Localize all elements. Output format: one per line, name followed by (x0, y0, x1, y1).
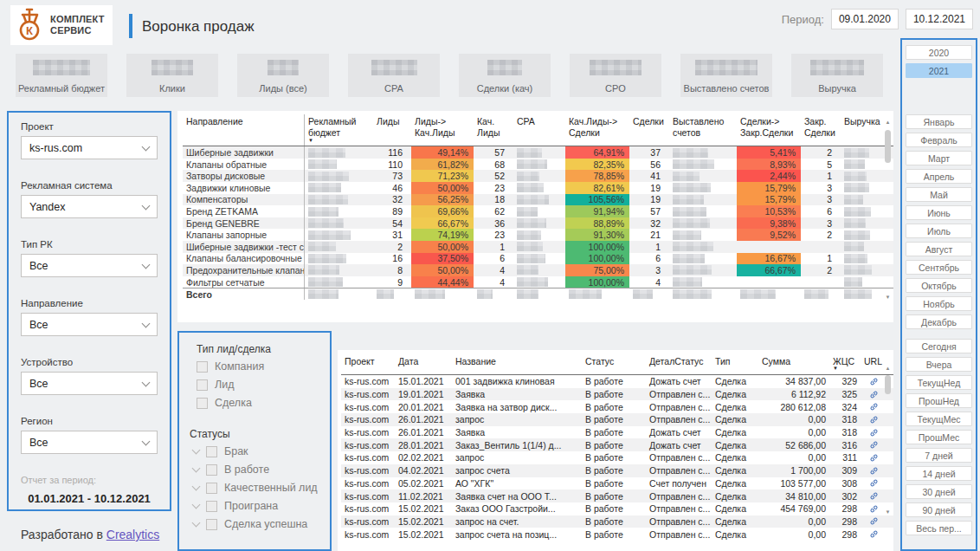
checkbox[interactable] (206, 519, 217, 530)
checkbox[interactable] (206, 464, 217, 476)
expand-chevron-icon[interactable] (192, 445, 201, 454)
deals-column-header[interactable]: Проект (341, 354, 395, 374)
filter-dropdown-2[interactable]: Все (21, 254, 158, 277)
month-button[interactable]: Ноябрь (906, 296, 972, 311)
deals-column-header[interactable]: Название (452, 354, 582, 374)
deals-table-row[interactable]: ks-rus.com15.01.2021001 задвижка клинова… (341, 375, 893, 388)
deals-column-header[interactable]: Сумма (758, 354, 829, 374)
month-button[interactable]: Март (906, 151, 972, 165)
checkbox[interactable] (206, 483, 217, 494)
checkbox[interactable] (206, 446, 217, 457)
quick-range-button[interactable]: 30 дней (906, 484, 972, 499)
quick-range-button[interactable]: ТекущМес (906, 412, 972, 426)
filter-dropdown-5[interactable]: Все (21, 431, 158, 454)
deals-table-scrollbar[interactable]: ▲ ▼ (883, 353, 893, 548)
deals-table-row[interactable]: ks-rus.com26.01.2021запросВ работеОтправ… (341, 413, 893, 426)
funnel-table-row[interactable]: Бренд GENEBRE5466,67%3688,89%329,38%3 (183, 217, 893, 230)
quick-range-button[interactable]: 7 дней (906, 448, 972, 463)
scroll-up-icon[interactable]: ▲ (883, 120, 893, 125)
funnel-table-row[interactable]: Затворы дисковые7371,23%5278,85%412,44%1 (183, 170, 893, 182)
year-button-2020[interactable]: 2020 (906, 45, 972, 60)
expand-chevron-icon[interactable] (192, 500, 201, 509)
month-button[interactable]: Июль (906, 224, 972, 238)
scroll-thumb[interactable] (885, 130, 891, 163)
funnel-column-header[interactable]: Сделки-> Закр.Сделки (737, 114, 801, 146)
quick-range-button[interactable]: Сегодня (906, 339, 972, 353)
expand-chevron-icon[interactable] (192, 518, 201, 527)
expand-chevron-icon[interactable] (192, 482, 201, 490)
deals-table-row[interactable]: ks-rus.com15.02.2021запрос счета на пози… (341, 528, 893, 541)
deals-column-header[interactable]: Дата (395, 354, 452, 374)
scroll-down-icon[interactable]: ▼ (883, 295, 893, 300)
date-to-input[interactable]: 10.12.2021 (906, 9, 973, 29)
funnel-table-row[interactable]: Шиберные задвижки11649,14%5764,91%375,41… (183, 146, 893, 159)
quick-range-button[interactable]: 90 дней (906, 502, 972, 517)
month-button[interactable]: Декабрь (906, 314, 972, 329)
deals-table-row[interactable]: ks-rus.com04.02.2021запрос счетаВ работе… (341, 464, 893, 477)
scroll-up-icon[interactable]: ▲ (883, 366, 893, 371)
deals-table-row[interactable]: ks-rus.com28.01.2021Заказ_Вентиль 1(1/4)… (341, 438, 893, 451)
scroll-down-icon[interactable]: ▼ (883, 509, 893, 515)
year-button-2021[interactable]: 2021 (906, 63, 972, 78)
funnel-column-header[interactable]: Кач. Лиды (474, 114, 513, 146)
checkbox[interactable] (206, 501, 217, 512)
deals-column-header[interactable]: Статус (582, 354, 646, 374)
scroll-thumb[interactable] (885, 375, 891, 394)
funnel-table-row[interactable]: Задвижки клиновые4650,00%2382,61%1915,79… (183, 182, 893, 194)
deals-column-header[interactable]: Тип (712, 354, 758, 374)
funnel-column-header[interactable]: Сделки (629, 114, 669, 146)
crealytics-link[interactable]: Crealytics (106, 528, 159, 541)
date-from-input[interactable]: 09.01.2020 (831, 9, 899, 29)
month-button[interactable]: Август (906, 242, 972, 256)
funnel-column-header[interactable]: Выручка (841, 114, 886, 146)
quick-range-button[interactable]: Вчера (906, 357, 972, 372)
funnel-table-row[interactable]: Предохранительные клапаны850,00%475,00%3… (183, 264, 893, 276)
deals-table-row[interactable]: ks-rus.com15.02.2021запрос на счет.В раб… (341, 515, 893, 528)
funnel-table-scrollbar[interactable]: ▲ ▼ (883, 114, 893, 319)
month-button[interactable]: Октябрь (906, 278, 972, 293)
funnel-table-row[interactable]: Бренд ZETKAMA8969,66%6291,94%5710,53%6 (183, 205, 893, 217)
month-button[interactable]: Май (906, 187, 972, 202)
deals-column-header[interactable]: ЖЦС▼ (829, 354, 861, 374)
quick-range-button[interactable]: ПрошМес (906, 430, 972, 444)
month-button[interactable]: Апрель (906, 169, 972, 184)
deals-table-row[interactable]: ks-rus.com11.02.2021Заявка счет на ООО Т… (341, 489, 893, 502)
funnel-table-row[interactable]: Компенсаторы3256,25%18105,56%1915,79%3 (183, 194, 893, 206)
deals-table-row[interactable]: ks-rus.com02.02.2021запросВ работеОтправ… (341, 451, 893, 464)
filter-dropdown-3[interactable]: Все (21, 313, 158, 336)
funnel-table-row[interactable]: Клапаны обратные11061,82%6882,35%568,93%… (183, 159, 893, 171)
quick-range-button[interactable]: 14 дней (906, 466, 972, 481)
month-button[interactable]: Февраль (906, 133, 972, 147)
funnel-table-row[interactable]: Клапаны балансировочные1637,50%6100,00%6… (183, 253, 893, 265)
checkbox[interactable] (197, 398, 208, 409)
checkbox[interactable] (197, 361, 208, 373)
filter-dropdown-1[interactable]: Yandex (21, 195, 158, 218)
funnel-table-row[interactable]: Клапаны запорные3174,19%2391,30%219,52%2 (183, 229, 893, 241)
deals-table-row[interactable]: ks-rus.com26.01.2021ЗаявкаВ работеДожать… (341, 426, 893, 439)
funnel-column-header[interactable]: Закр. Сделки (801, 114, 841, 146)
checkbox[interactable] (197, 379, 208, 391)
funnel-column-header[interactable]: Выставлено счетов (669, 114, 737, 146)
deals-table-row[interactable]: ks-rus.com15.02.2021Заказ ООО Газстройи.… (341, 502, 893, 515)
month-button[interactable]: Сентябрь (906, 260, 972, 275)
funnel-table-row[interactable]: Шиберные задвижки -тест с...250,00%1100,… (183, 241, 893, 253)
quick-range-button[interactable]: Весь пер... (906, 521, 972, 535)
expand-chevron-icon[interactable] (192, 463, 201, 472)
quick-range-button[interactable]: ПрошНед (906, 393, 972, 408)
funnel-column-header[interactable]: Направление (183, 114, 304, 146)
deals-table-row[interactable]: ks-rus.com20.01.2021Заявка на затвор дис… (341, 400, 893, 413)
month-button[interactable]: Январь (906, 114, 972, 129)
funnel-column-header[interactable]: Рекламный бюджет▼ (304, 114, 373, 146)
quick-range-button[interactable]: ТекущНед (906, 375, 972, 390)
deals-column-header[interactable]: ДеталСтатус (646, 354, 712, 374)
funnel-column-header[interactable]: CPA (513, 114, 565, 146)
month-button[interactable]: Июнь (906, 205, 972, 220)
funnel-column-header[interactable]: Кач.Лиды-> Сделки (565, 114, 629, 146)
deals-table-row[interactable]: ks-rus.com19.01.2021ЗаявкаВ работеОтправ… (341, 388, 893, 401)
funnel-table-row[interactable]: Фильтры сетчатые944,44%4100,00%4 (183, 276, 893, 288)
filter-dropdown-0[interactable]: ks-rus.com (21, 136, 158, 159)
filter-dropdown-4[interactable]: Все (21, 372, 158, 395)
funnel-column-header[interactable]: Лиды-> Кач.Лиды (411, 114, 474, 146)
deals-table-row[interactable]: ks-rus.com05.02.2021АО "ХГК"В работеСчет… (341, 477, 893, 490)
funnel-column-header[interactable]: Лиды (373, 114, 411, 146)
